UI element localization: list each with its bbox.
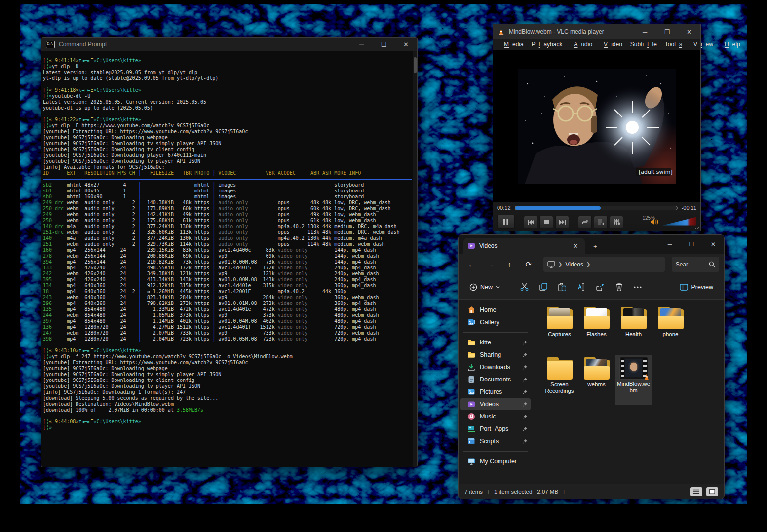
vlc-next-button[interactable] (555, 216, 569, 228)
vlc-equalizer-button[interactable] (610, 216, 623, 228)
menu-item-media[interactable]: Media (497, 40, 527, 49)
copy-button[interactable] (536, 279, 551, 295)
vlc-loop-button[interactable] (578, 216, 592, 228)
terminal-line: ⌈┊« 9:43:10»τ◄─►Ξ«C:\Users\kitte» (43, 348, 413, 354)
vlc-volume-slider[interactable] (663, 217, 696, 226)
file-item-label: MindBlow.webm (616, 381, 652, 394)
explorer-sidebar: HomeGallerykitteSharingDownloadsDocument… (459, 300, 533, 484)
adult-swim-caption: [adult swim] (639, 169, 673, 175)
pin-icon (522, 377, 528, 382)
vlc-maximize-button[interactable]: ☐ (656, 24, 678, 39)
this-pc-icon (547, 261, 555, 268)
refresh-button[interactable]: ⟳ (521, 257, 537, 272)
cmd-scrollbar-thumb[interactable] (414, 57, 417, 73)
terminal-line: 251-drc webm audio only 2 │ 326.60KiB 11… (43, 229, 413, 235)
terminal-line: 247 webm 1280x720 24 │ 2.07MiB 733k http… (43, 330, 413, 336)
vlc-playlist-button[interactable] (594, 216, 608, 228)
vlc-window-title: MindBlow.webm - VLC media player (509, 28, 634, 35)
explorer-tab-videos[interactable]: Videos ✕ (463, 238, 585, 254)
selection-size: 2.07 MB (537, 489, 558, 494)
vlc-cone-badge-icon (643, 373, 651, 381)
sidebar-item-pictures[interactable]: Pictures (460, 386, 531, 398)
cut-button[interactable] (516, 279, 533, 295)
cmd-close-button[interactable]: ✕ (395, 38, 417, 51)
new-button[interactable]: New (465, 279, 504, 295)
terminal-line (43, 413, 413, 419)
vlc-pause-button[interactable] (497, 215, 515, 229)
sidebar-item-kitte[interactable]: kitte (460, 337, 531, 348)
file-item-label: Captures (542, 331, 577, 338)
terminal-line: sb1 mhtml 80x45 1 │ mhtml │ images story… (43, 188, 413, 194)
menu-item-audio[interactable]: Audio (567, 40, 596, 49)
large-icons-view-button[interactable] (706, 487, 718, 496)
preview-toggle[interactable]: Preview (676, 279, 717, 295)
file-item-screen-recordings[interactable]: Screen Recordings (541, 355, 578, 405)
sidebar-item-videos[interactable]: Videos (460, 398, 531, 410)
terminal-line: ⌊┊»yt-dlp -U (43, 64, 413, 70)
cmd-maximize-button[interactable]: ☐ (373, 38, 395, 51)
cmd-scrollbar[interactable] (413, 51, 417, 467)
details-view-button[interactable] (690, 487, 702, 496)
explorer-maximize-button[interactable]: ☐ (681, 235, 702, 254)
new-tab-button[interactable]: ＋ (590, 242, 601, 251)
search-input[interactable]: Sear (676, 261, 705, 268)
sidebar-item-documents[interactable]: Documents (460, 374, 531, 385)
explorer-minimize-button[interactable]: ─ (659, 235, 681, 254)
folder-icon (582, 306, 611, 330)
vlc-titlebar[interactable]: MindBlow.webm - VLC media player ─ ☐ ✕ (493, 24, 700, 39)
vlc-seek-bar[interactable] (515, 206, 678, 210)
sidebar-item-label: Videos (480, 401, 518, 408)
forward-button[interactable]: → (483, 257, 499, 272)
filmstrip-left (621, 358, 624, 378)
sidebar-item-home[interactable]: Home (460, 304, 531, 316)
breadcrumb-videos[interactable]: Videos (565, 261, 583, 268)
vlc-resize-grip[interactable] (694, 225, 699, 230)
menu-item-playback[interactable]: Playback (528, 40, 566, 49)
terminal-line: ID EXT RESOLUTION FPS CH │ FILESIZE TBR … (43, 170, 413, 176)
menu-item-help[interactable]: Help (718, 40, 744, 49)
cmd-minimize-button[interactable]: ─ (350, 38, 373, 51)
file-item-captures[interactable]: Captures (541, 304, 578, 355)
tab-close-icon[interactable]: ✕ (570, 242, 581, 250)
file-item-flashes[interactable]: Flashes (578, 304, 615, 355)
sidebar-item-scripts[interactable]: Scripts (460, 435, 531, 447)
sidebar-item-gallery[interactable]: Gallery (460, 316, 531, 328)
back-button[interactable]: ← (463, 257, 480, 272)
sidebar-item-label: Sharing (480, 351, 518, 358)
rename-button[interactable] (573, 279, 589, 295)
search-box[interactable]: Sear (672, 257, 719, 272)
sidebar-item-my-computer[interactable]: My Computer (460, 456, 531, 467)
file-item-mindblow-webm[interactable]: MindBlow.webm (615, 355, 652, 405)
address-bar[interactable]: ❯ Videos ❯ (543, 257, 665, 272)
vlc-previous-button[interactable] (524, 216, 537, 228)
menu-item-subtitle[interactable]: Subtitle (627, 40, 660, 49)
delete-button[interactable] (612, 279, 627, 295)
more-options-button[interactable] (630, 279, 646, 295)
explorer-close-button[interactable]: ✕ (702, 235, 724, 254)
menu-item-view[interactable]: View (690, 40, 717, 49)
vlc-video-area[interactable]: [adult swim] (493, 50, 700, 202)
sidebar-item-port-apps[interactable]: Port_Apps (460, 423, 531, 435)
toolbar-divider (510, 281, 510, 293)
share-button[interactable] (592, 279, 609, 295)
vlc-minimize-button[interactable]: ─ (634, 24, 656, 39)
sidebar-item-sharing[interactable]: Sharing (460, 349, 531, 361)
music-icon (467, 413, 475, 420)
vlc-stop-button[interactable] (539, 216, 553, 228)
file-item-webms[interactable]: webms (578, 355, 615, 405)
terminal-output[interactable]: ⌈┊« 9:41:14»τ◄─►Ξ«C:\Users\kitte»⌊┊»yt-d… (41, 51, 413, 467)
up-button[interactable]: ↑ (501, 257, 518, 272)
paste-button[interactable] (554, 279, 570, 295)
breadcrumb-chevron-2[interactable]: ❯ (586, 262, 590, 267)
sidebar-item-downloads[interactable]: Downloads (460, 361, 531, 373)
file-item-health[interactable]: Health (615, 304, 652, 355)
menu-item-tools[interactable]: Tools (661, 40, 689, 49)
vlc-close-button[interactable]: ✕ (678, 24, 700, 39)
terminal-line: Latest version: 2025.05.05, Current vers… (43, 99, 413, 105)
menu-item-video[interactable]: Video (597, 40, 626, 49)
video-thumbnail (625, 359, 642, 377)
cmd-titlebar[interactable]: C:\ Command Prompt ─ ☐ ✕ (41, 38, 417, 51)
file-item-phone[interactable]: phone (652, 304, 689, 355)
breadcrumb-chevron[interactable]: ❯ (558, 262, 562, 267)
sidebar-item-music[interactable]: Music (460, 411, 531, 422)
